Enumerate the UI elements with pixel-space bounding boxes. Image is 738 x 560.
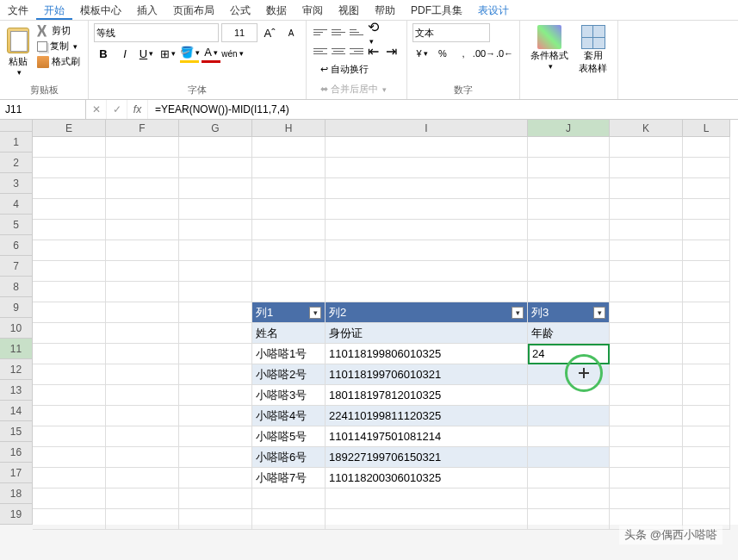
cell-I14[interactable]: 224110199811120325 — [326, 406, 528, 426]
cell-E19[interactable] — [33, 509, 106, 530]
cell-L2[interactable] — [683, 158, 730, 178]
cell-K13[interactable] — [610, 385, 683, 406]
cell-F2[interactable] — [106, 158, 179, 178]
row-header-17[interactable]: 17 — [0, 463, 33, 483]
row-header-10[interactable]: 10 — [0, 318, 33, 339]
cell-E14[interactable] — [33, 406, 106, 426]
cell-L8[interactable] — [683, 282, 730, 302]
cell-L13[interactable] — [683, 385, 730, 406]
cell-I4[interactable] — [326, 199, 528, 220]
cell-I16[interactable]: 189227199706150321 — [326, 447, 528, 468]
cell-H10[interactable]: 姓名 — [252, 323, 326, 344]
conditional-format-button[interactable]: 条件格式▾ — [525, 23, 574, 96]
cell-L17[interactable] — [683, 468, 730, 488]
cell-L3[interactable] — [683, 178, 730, 199]
cell-E3[interactable] — [33, 178, 106, 199]
cell-L4[interactable] — [683, 199, 730, 220]
cell-I1[interactable] — [326, 137, 528, 158]
cell-I8[interactable] — [326, 282, 528, 302]
cancel-formula-button[interactable]: ✕ — [86, 100, 107, 119]
row-header-13[interactable]: 13 — [0, 380, 33, 401]
cell-K11[interactable] — [610, 344, 683, 364]
cell-H8[interactable] — [252, 282, 326, 302]
col-header-J[interactable]: J — [528, 120, 610, 137]
filter-dropdown-H[interactable]: ▾ — [309, 307, 321, 319]
row-header-18[interactable]: 18 — [0, 483, 33, 504]
cell-L9[interactable] — [683, 302, 730, 323]
cell-F12[interactable] — [106, 364, 179, 385]
row-header-15[interactable]: 15 — [0, 421, 33, 442]
currency-button[interactable]: ¥▾ — [412, 44, 431, 63]
cell-I3[interactable] — [326, 178, 528, 199]
cell-L6[interactable] — [683, 240, 730, 261]
cell-F11[interactable] — [106, 344, 179, 364]
select-all-corner[interactable] — [0, 120, 33, 132]
menu-home[interactable]: 开始 — [36, 0, 72, 20]
cell-K1[interactable] — [610, 137, 683, 158]
cell-J15[interactable] — [528, 426, 610, 447]
cell-L11[interactable] — [683, 344, 730, 364]
cell-G18[interactable] — [179, 488, 252, 509]
cell-J2[interactable] — [528, 158, 610, 178]
underline-button[interactable]: U▾ — [137, 44, 156, 63]
cell-E4[interactable] — [33, 199, 106, 220]
cell-H13[interactable]: 小嗒嗒3号 — [252, 385, 326, 406]
italic-button[interactable]: I — [115, 44, 134, 63]
cell-H17[interactable]: 小嗒嗒7号 — [252, 468, 326, 488]
cell-H6[interactable] — [252, 240, 326, 261]
row-header-11[interactable]: 11 — [0, 339, 33, 359]
cell-F6[interactable] — [106, 240, 179, 261]
cell-H4[interactable] — [252, 199, 326, 220]
border-button[interactable]: ⊞▾ — [158, 44, 177, 63]
cell-G6[interactable] — [179, 240, 252, 261]
cell-G13[interactable] — [179, 385, 252, 406]
cell-F5[interactable] — [106, 220, 179, 240]
align-bottom-button[interactable] — [348, 23, 365, 40]
row-header-2[interactable]: 2 — [0, 152, 33, 173]
col-header-H[interactable]: H — [252, 120, 326, 137]
col-header-L[interactable]: L — [683, 120, 730, 137]
percent-button[interactable]: % — [433, 44, 452, 63]
cell-F10[interactable] — [106, 323, 179, 344]
col-header-E[interactable]: E — [33, 120, 106, 137]
cell-I19[interactable] — [326, 509, 528, 530]
filter-dropdown-J[interactable]: ▾ — [593, 307, 605, 319]
cell-E11[interactable] — [33, 344, 106, 364]
cell-J5[interactable] — [528, 220, 610, 240]
cell-H1[interactable] — [252, 137, 326, 158]
col-header-I[interactable]: I — [326, 120, 528, 137]
cell-E15[interactable] — [33, 426, 106, 447]
cell-F3[interactable] — [106, 178, 179, 199]
row-header-9[interactable]: 9 — [0, 297, 33, 318]
cell-G7[interactable] — [179, 261, 252, 282]
name-box[interactable] — [0, 100, 86, 119]
menu-formulas[interactable]: 公式 — [222, 0, 258, 20]
fill-color-button[interactable]: 🪣▾ — [180, 44, 199, 63]
cell-I13[interactable]: 180118197812010325 — [326, 385, 528, 406]
cell-E10[interactable] — [33, 323, 106, 344]
cell-I11[interactable]: 110118199806010325 — [326, 344, 528, 364]
cell-J7[interactable] — [528, 261, 610, 282]
cell-J13[interactable] — [528, 385, 610, 406]
orientation-button[interactable]: ⟲▾ — [366, 23, 383, 40]
cell-L10[interactable] — [683, 323, 730, 344]
insert-function-button[interactable]: fx — [127, 100, 148, 119]
cell-F14[interactable] — [106, 406, 179, 426]
cell-H18[interactable] — [252, 488, 326, 509]
col-header-F[interactable]: F — [106, 120, 179, 137]
cell-G15[interactable] — [179, 426, 252, 447]
cell-I2[interactable] — [326, 158, 528, 178]
formula-input[interactable] — [148, 100, 738, 119]
cell-J9[interactable]: 列3▾ — [528, 302, 610, 323]
cell-J3[interactable] — [528, 178, 610, 199]
cell-H15[interactable]: 小嗒嗒5号 — [252, 426, 326, 447]
cell-I12[interactable]: 110118199706010321 — [326, 364, 528, 385]
increase-decimal-button[interactable]: .00→ — [474, 44, 493, 63]
cell-E17[interactable] — [33, 468, 106, 488]
cell-J18[interactable] — [528, 488, 610, 509]
cell-H12[interactable]: 小嗒嗒2号 — [252, 364, 326, 385]
cell-G16[interactable] — [179, 447, 252, 468]
cell-J17[interactable] — [528, 468, 610, 488]
cell-K2[interactable] — [610, 158, 683, 178]
cell-K15[interactable] — [610, 426, 683, 447]
